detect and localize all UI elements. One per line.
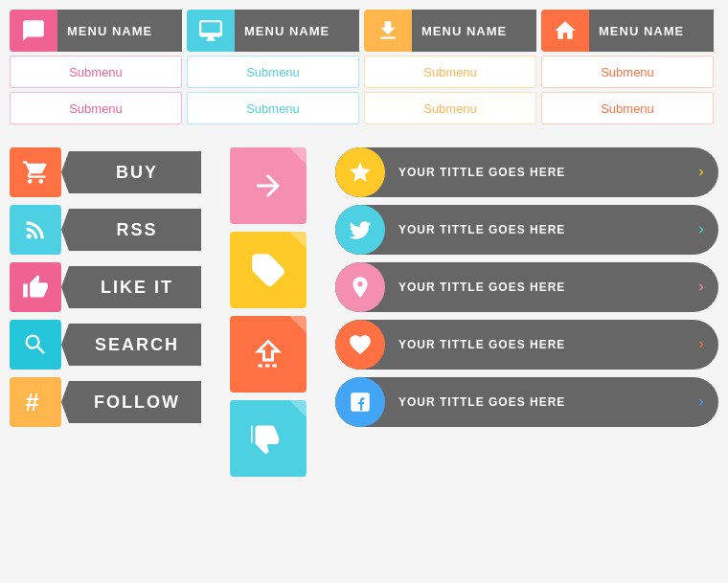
nav-submenu-2-2[interactable]: Submenu xyxy=(187,92,359,124)
rss-icon xyxy=(10,205,61,255)
nav-submenu-3-2[interactable]: Submenu xyxy=(364,92,536,124)
nav-icon-home xyxy=(541,10,589,52)
twitter-icon xyxy=(335,205,385,255)
action-buttons: BUY RSS LIKE IT xyxy=(10,147,201,477)
buy-button[interactable]: BUY xyxy=(10,147,201,197)
buy-label: BUY xyxy=(61,151,201,193)
location-icon xyxy=(335,262,385,312)
svg-point-0 xyxy=(27,234,32,238)
heart-icon xyxy=(335,320,385,370)
middle-section: BUY RSS LIKE IT xyxy=(0,138,728,486)
pill-arrow-1 xyxy=(684,147,718,197)
pill-arrow-4 xyxy=(684,320,718,370)
nav-header-3[interactable]: MENU NAME xyxy=(364,10,536,52)
rss-button[interactable]: RSS xyxy=(10,205,201,255)
nav-title-3: MENU NAME xyxy=(412,10,536,52)
nav-header-1[interactable]: MENU NAME xyxy=(10,10,182,52)
pill-label-5: YOUR TITTLE GOES HERE xyxy=(385,395,684,409)
nav-submenu-2-1[interactable]: Submenu xyxy=(187,56,359,88)
nav-header-2[interactable]: MENU NAME xyxy=(187,10,359,52)
nav-menu-4: MENU NAME Submenu Submenu xyxy=(541,10,714,128)
pill-label-4: YOUR TITTLE GOES HERE xyxy=(385,338,684,351)
svg-text:#: # xyxy=(26,389,39,415)
search-label: SEARCH xyxy=(61,324,201,366)
thumbs-up-icon xyxy=(10,262,61,312)
nav-menu-3: MENU NAME Submenu Submenu xyxy=(364,10,536,128)
nav-menu-2: MENU NAME Submenu Submenu xyxy=(187,10,359,128)
nav-submenu-1-1[interactable]: Submenu xyxy=(10,56,182,88)
rss-label: RSS xyxy=(61,209,201,251)
search-button[interactable]: SEARCH xyxy=(10,320,201,370)
pill-label-2: YOUR TITTLE GOES HERE xyxy=(385,223,684,236)
pill-facebook[interactable]: YOUR TITTLE GOES HERE xyxy=(335,377,718,427)
nav-icon-monitor xyxy=(187,10,235,52)
cart-icon xyxy=(10,147,61,197)
follow-label: FOLLOW xyxy=(61,381,201,423)
follow-button[interactable]: # FOLLOW xyxy=(10,377,201,427)
nav-title-1: MENU NAME xyxy=(57,10,182,52)
nav-submenu-4-1[interactable]: Submenu xyxy=(541,56,714,88)
nav-icon-download xyxy=(364,10,412,52)
nav-submenu-4-2[interactable]: Submenu xyxy=(541,92,714,124)
pill-twitter[interactable]: YOUR TITTLE GOES HERE xyxy=(335,205,718,255)
pill-label-3: YOUR TITTLE GOES HERE xyxy=(385,280,684,294)
like-label: LIKE IT xyxy=(61,266,201,308)
pill-arrow-2 xyxy=(684,205,718,255)
arrow-right-square[interactable] xyxy=(230,147,307,224)
nav-submenu-1-2[interactable]: Submenu xyxy=(10,92,182,124)
pill-arrow-5 xyxy=(684,377,718,427)
icon-squares xyxy=(220,147,316,477)
like-button[interactable]: LIKE IT xyxy=(10,262,201,312)
upload-square[interactable] xyxy=(230,316,307,392)
nav-header-4[interactable]: MENU NAME xyxy=(541,10,714,52)
pill-location[interactable]: YOUR TITTLE GOES HERE xyxy=(335,262,718,312)
facebook-icon xyxy=(335,377,385,427)
nav-menu-1: MENU NAME Submenu Submenu xyxy=(10,10,182,128)
pill-star[interactable]: YOUR TITTLE GOES HERE xyxy=(335,147,718,197)
star-icon xyxy=(335,147,385,197)
nav-title-4: MENU NAME xyxy=(589,10,714,52)
thumbs-left-square[interactable] xyxy=(230,400,307,477)
nav-title-2: MENU NAME xyxy=(235,10,359,52)
tag-square[interactable] xyxy=(230,232,307,308)
pill-arrow-3 xyxy=(684,262,718,312)
pill-heart[interactable]: YOUR TITTLE GOES HERE xyxy=(335,320,718,370)
pill-label-1: YOUR TITTLE GOES HERE xyxy=(385,166,684,179)
nav-icon-chat xyxy=(10,10,57,52)
nav-section: MENU NAME Submenu Submenu MENU NAME Subm… xyxy=(0,0,728,128)
search-icon xyxy=(10,320,61,370)
pill-buttons: YOUR TITTLE GOES HERE YOUR TITTLE GOES H… xyxy=(335,147,718,477)
hash-icon: # xyxy=(10,377,61,427)
nav-submenu-3-1[interactable]: Submenu xyxy=(364,56,536,88)
